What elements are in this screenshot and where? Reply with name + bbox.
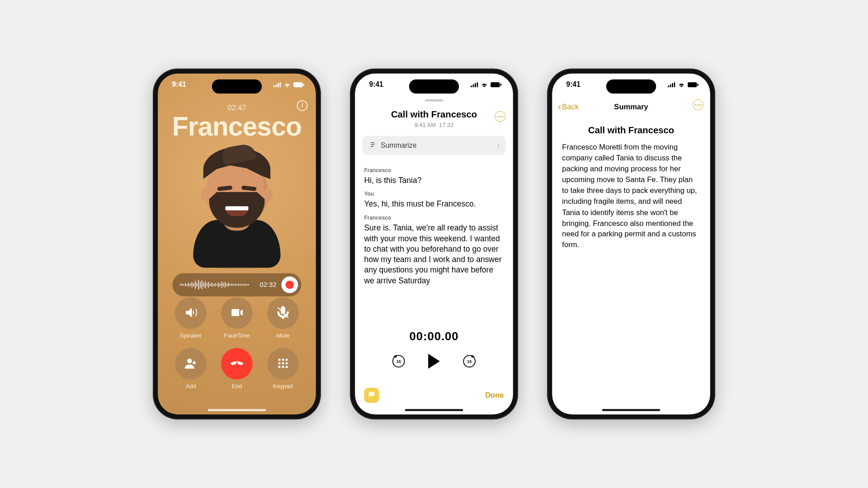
- speaker-label: Francesco: [364, 167, 504, 174]
- cellular-signal-icon: [668, 82, 675, 87]
- speaker-icon: [184, 305, 198, 321]
- status-time: 9:41: [369, 80, 383, 89]
- call-controls: Speaker FaceTime Mute Add: [158, 297, 316, 389]
- home-indicator[interactable]: [602, 409, 660, 411]
- transcript-time: 9:41 AM: [415, 122, 436, 129]
- transcript-duration: 17:32: [439, 122, 453, 129]
- svg-rect-16: [471, 85, 472, 87]
- wifi-icon: [481, 82, 488, 87]
- done-button[interactable]: Done: [485, 391, 504, 399]
- svg-rect-19: [477, 82, 478, 87]
- svg-rect-28: [697, 84, 698, 86]
- phone-transcript-screen: 9:41 Call with Francesco 9:41 AM 17:32: [350, 69, 518, 419]
- call-duration: 02:47: [158, 103, 316, 112]
- sheet-grabber[interactable]: [425, 99, 443, 102]
- summarize-label: Summarize: [381, 141, 497, 150]
- wifi-icon: [283, 82, 291, 87]
- svg-rect-3: [280, 82, 281, 87]
- summary-nav-bar: ‹ Back Summary: [552, 98, 710, 116]
- summary-body-text: Francesco Moretti from the moving compan…: [552, 136, 710, 250]
- svg-rect-0: [274, 85, 275, 87]
- phone-summary-screen: 9:41 ‹ Back Summary Call with Francesco: [547, 69, 715, 419]
- cellular-signal-icon: [471, 82, 478, 87]
- add-person-icon: [184, 356, 198, 371]
- three-phone-layout: 9:41 i 02:47 Francesco: [153, 69, 715, 419]
- transcript-line: Hi, is this Tania?: [364, 175, 504, 186]
- add-label: Add: [186, 383, 196, 389]
- mute-icon: [276, 305, 290, 321]
- ellipsis-icon: [497, 116, 498, 117]
- phone-call-screen: 9:41 i 02:47 Francesco: [153, 69, 321, 419]
- svg-rect-2: [278, 83, 279, 87]
- wifi-icon: [678, 82, 685, 87]
- keypad-icon: [277, 357, 289, 371]
- battery-icon: [688, 82, 698, 87]
- mute-button[interactable]: Mute: [260, 297, 306, 339]
- back-label: Back: [562, 103, 579, 111]
- svg-point-15: [285, 366, 288, 368]
- video-icon: [230, 305, 244, 321]
- end-call-button[interactable]: End: [214, 348, 260, 389]
- svg-rect-25: [672, 83, 673, 87]
- battery-icon: [491, 82, 501, 87]
- svg-text:””: ””: [370, 392, 373, 395]
- record-dot-icon: [286, 281, 294, 289]
- home-indicator[interactable]: [405, 409, 463, 411]
- waveform-icon: [180, 279, 255, 291]
- svg-point-9: [285, 358, 288, 361]
- dynamic-island: [409, 80, 459, 94]
- home-indicator[interactable]: [208, 409, 266, 411]
- add-call-button[interactable]: Add: [168, 348, 214, 389]
- caller-name: Francesco: [158, 113, 316, 140]
- svg-rect-1: [275, 84, 277, 87]
- end-call-icon: [229, 355, 245, 372]
- mute-label: Mute: [276, 332, 289, 339]
- nav-title: Summary: [614, 103, 648, 111]
- chevron-right-icon: ›: [497, 141, 500, 150]
- contact-memoji-avatar: [158, 143, 316, 267]
- svg-point-8: [282, 358, 284, 361]
- ellipsis-icon: [695, 104, 696, 105]
- svg-point-12: [285, 362, 288, 364]
- dynamic-island: [212, 80, 262, 94]
- svg-point-7: [278, 358, 280, 361]
- summarize-button[interactable]: Summarize ›: [363, 136, 505, 155]
- dynamic-island: [606, 80, 656, 94]
- more-options-button[interactable]: [693, 99, 703, 110]
- facetime-button[interactable]: FaceTime: [214, 297, 260, 339]
- more-options-button[interactable]: [495, 111, 505, 122]
- svg-point-14: [282, 366, 284, 368]
- speaker-label: Speaker: [180, 332, 202, 339]
- summarize-icon: [368, 141, 376, 150]
- svg-point-13: [278, 366, 280, 368]
- speaker-button[interactable]: Speaker: [168, 297, 214, 339]
- speaker-label: Francesco: [364, 214, 504, 221]
- status-time: 9:41: [566, 80, 580, 89]
- back-button[interactable]: ‹ Back: [558, 103, 579, 111]
- svg-rect-27: [688, 82, 697, 87]
- keypad-button[interactable]: Keypad: [260, 348, 306, 389]
- facetime-label: FaceTime: [224, 332, 250, 339]
- svg-point-6: [187, 358, 192, 363]
- svg-rect-26: [674, 82, 675, 87]
- svg-rect-23: [668, 85, 669, 87]
- svg-rect-24: [670, 84, 671, 87]
- transcript-subtitle: 9:41 AM 17:32: [355, 122, 513, 129]
- skip-back-15-button[interactable]: ▶ 15: [392, 355, 405, 368]
- svg-rect-4: [293, 82, 302, 87]
- svg-rect-20: [491, 82, 500, 87]
- speaker-label: You: [364, 190, 504, 197]
- transcript-line: Sure is. Tania, we're all ready to assis…: [364, 222, 504, 286]
- end-label: End: [231, 383, 242, 389]
- play-button[interactable]: [428, 354, 440, 369]
- skip-forward-15-button[interactable]: ▶ 15: [463, 355, 476, 368]
- status-time: 9:41: [172, 80, 186, 89]
- svg-rect-5: [303, 84, 304, 86]
- summary-heading: Call with Francesco: [552, 125, 710, 136]
- svg-point-11: [282, 362, 284, 364]
- svg-point-10: [278, 362, 280, 364]
- transcript-quote-button[interactable]: ””: [364, 388, 379, 403]
- transcript-body[interactable]: Francesco Hi, is this Tania? You Yes, hi…: [355, 155, 513, 286]
- recording-indicator: 02:32: [172, 273, 301, 296]
- stop-recording-button[interactable]: [281, 277, 298, 293]
